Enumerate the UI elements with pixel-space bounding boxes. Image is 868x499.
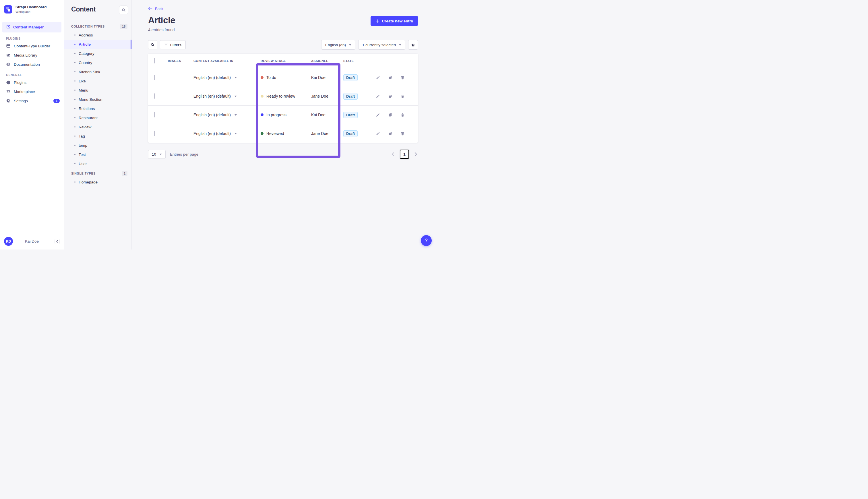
- sidebar-item-marketplace[interactable]: Marketplace: [0, 87, 64, 96]
- sidebar-item-content-type-builder[interactable]: Content-Type Builder: [0, 41, 64, 50]
- back-link[interactable]: Back: [148, 7, 163, 11]
- user-footer: KD Kai Doe: [0, 233, 64, 250]
- gear-icon: [411, 43, 416, 47]
- picture-icon: [6, 53, 11, 58]
- state-badge: Draft: [343, 93, 358, 100]
- view-settings-button[interactable]: [408, 40, 418, 50]
- collection-item-relations[interactable]: Relations: [64, 104, 132, 113]
- trash-icon: [400, 113, 405, 117]
- sidebar-item-media-library[interactable]: Media Library: [0, 50, 64, 60]
- chevron-down-icon: [235, 133, 237, 134]
- collapse-sidebar-button[interactable]: [54, 239, 60, 244]
- select-all-checkbox[interactable]: [154, 58, 155, 63]
- edit-button[interactable]: [375, 94, 381, 99]
- state-badge: Draft: [343, 130, 358, 137]
- strapi-logo-icon: [4, 5, 12, 13]
- column-header-state: STATE: [343, 59, 371, 63]
- column-header-images: IMAGES: [161, 59, 188, 63]
- assignee-cell: Kai Doe: [311, 75, 343, 80]
- delete-button[interactable]: [400, 75, 405, 81]
- delete-button[interactable]: [400, 112, 405, 118]
- page-number-button[interactable]: 1: [400, 149, 409, 159]
- table-row[interactable]: English (en) (default) To do Kai Doe Dra…: [148, 68, 418, 87]
- collection-types-label: COLLECTION TYPES: [71, 25, 105, 28]
- collection-item-user[interactable]: User: [64, 159, 132, 168]
- pen-square-icon: [6, 24, 11, 30]
- assignee-cell: Jane Doe: [311, 131, 343, 136]
- table-row[interactable]: English (en) (default) In progress Kai D…: [148, 105, 418, 124]
- sidebar-item-label: Plugins: [14, 81, 26, 85]
- sidebar-item-documentation[interactable]: Documentation: [0, 60, 64, 69]
- collection-item-review[interactable]: Review: [64, 122, 132, 132]
- collection-item-like[interactable]: Like: [64, 76, 132, 86]
- collection-item-temp[interactable]: temp: [64, 141, 132, 150]
- avatar[interactable]: KD: [4, 237, 13, 246]
- duplicate-button[interactable]: [387, 112, 393, 118]
- cart-icon: [6, 89, 11, 94]
- sidebar-item-label: Marketplace: [14, 89, 35, 94]
- copy-icon: [388, 75, 392, 80]
- sidebar-item-plugins[interactable]: Plugins: [0, 78, 64, 87]
- previous-page-button[interactable]: [391, 151, 395, 157]
- collection-item-menu-section[interactable]: Menu Section: [64, 95, 132, 104]
- collection-item-article[interactable]: Article: [64, 40, 132, 49]
- next-page-button[interactable]: [414, 151, 418, 157]
- collection-item-address[interactable]: Address: [64, 31, 132, 40]
- workspace-switcher[interactable]: Strapi Dashboard Workplace: [0, 0, 64, 18]
- search-icon: [151, 43, 155, 47]
- nav-divider: [0, 18, 64, 18]
- row-checkbox[interactable]: [154, 112, 155, 118]
- stage-dot-icon: [261, 95, 263, 98]
- help-button[interactable]: ?: [421, 235, 432, 246]
- duplicate-button[interactable]: [387, 94, 393, 99]
- copy-icon: [388, 132, 392, 136]
- sidebar-item-content-manager[interactable]: Content Manager: [2, 22, 61, 33]
- row-checkbox[interactable]: [154, 93, 155, 99]
- settings-notification-badge: 1: [53, 99, 60, 103]
- sidebar-item-settings[interactable]: Settings 1: [0, 96, 64, 105]
- main-sidebar: Strapi Dashboard Workplace Content Manag…: [0, 0, 64, 250]
- nav-section-general: GENERAL: [0, 69, 64, 78]
- create-new-entry-button[interactable]: Create new entry: [371, 16, 418, 26]
- locale-cell-dropdown[interactable]: English (en) (default): [188, 94, 260, 98]
- fields-select[interactable]: 1 currently selected: [358, 40, 405, 50]
- locale-cell-dropdown[interactable]: English (en) (default): [188, 75, 260, 80]
- edit-button[interactable]: [375, 131, 381, 136]
- collection-item-kitchen-sink[interactable]: Kitchen Sink: [64, 67, 132, 76]
- row-checkbox[interactable]: [154, 131, 155, 136]
- filters-button[interactable]: Filters: [160, 40, 186, 49]
- edit-button[interactable]: [375, 112, 381, 118]
- locale-select[interactable]: English (en): [321, 40, 355, 50]
- pencil-icon: [376, 94, 380, 98]
- locale-cell-dropdown[interactable]: English (en) (default): [188, 112, 260, 117]
- single-types-label: SINGLE TYPES: [71, 172, 96, 175]
- collection-item-country[interactable]: Country: [64, 58, 132, 67]
- pencil-icon: [376, 113, 380, 117]
- chevron-down-icon: [235, 77, 237, 78]
- subnav-search-button[interactable]: [119, 5, 128, 14]
- workspace-name: Workplace: [15, 10, 47, 13]
- duplicate-button[interactable]: [387, 75, 393, 81]
- delete-button[interactable]: [400, 94, 405, 99]
- page-size-select[interactable]: 10: [148, 150, 166, 159]
- stage-dot-icon: [261, 76, 263, 79]
- edit-button[interactable]: [375, 75, 381, 81]
- pencil-icon: [376, 75, 380, 80]
- locale-cell-dropdown[interactable]: English (en) (default): [188, 131, 260, 136]
- delete-button[interactable]: [400, 131, 405, 136]
- single-item-homepage[interactable]: Homepage: [64, 178, 132, 187]
- duplicate-button[interactable]: [387, 131, 393, 136]
- row-checkbox[interactable]: [154, 75, 155, 80]
- collection-item-restaurant[interactable]: Restaurant: [64, 113, 132, 122]
- search-button[interactable]: [148, 40, 157, 49]
- table-header-row: IMAGES CONTENT AVAILABLE IN REVIEW STAGE…: [148, 54, 418, 68]
- collection-item-tag[interactable]: Tag: [64, 132, 132, 141]
- collection-item-menu[interactable]: Menu: [64, 86, 132, 95]
- sidebar-item-label: Content-Type Builder: [14, 44, 50, 48]
- collection-item-test[interactable]: Test: [64, 150, 132, 159]
- chevron-left-icon: [56, 240, 58, 243]
- main-content: Back Article 4 entries found Create new …: [132, 0, 434, 250]
- table-row[interactable]: English (en) (default) Reviewed Jane Doe…: [148, 124, 418, 143]
- table-row[interactable]: English (en) (default) Ready to review J…: [148, 87, 418, 105]
- collection-item-category[interactable]: Category: [64, 49, 132, 58]
